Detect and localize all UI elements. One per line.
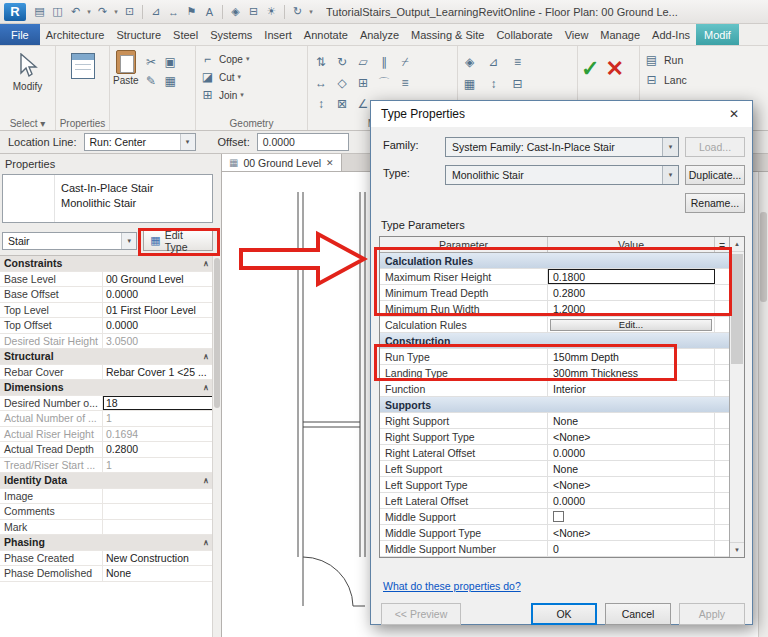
group-phasing[interactable]: Phasing∧ bbox=[0, 535, 213, 551]
parameter-value[interactable]: None bbox=[548, 413, 715, 428]
cut-to-clipboard-icon[interactable]: ✂ bbox=[143, 54, 160, 70]
undo-icon[interactable]: ↶ bbox=[67, 3, 84, 21]
parameter-value[interactable]: Interior bbox=[548, 381, 715, 396]
view-tab-ground-level[interactable]: ▦ 00 Ground Level ✕ bbox=[222, 154, 342, 171]
paste-button[interactable]: Paste bbox=[113, 50, 139, 115]
properties-help-link[interactable]: What do these properties do? bbox=[383, 580, 521, 592]
modify-tool-icon[interactable]: ⊠ bbox=[332, 94, 352, 114]
modify-tool-icon[interactable]: ▱ bbox=[353, 52, 373, 72]
close-icon[interactable]: ✕ bbox=[717, 102, 751, 126]
tab-modify-contextual[interactable]: Modif bbox=[696, 24, 739, 45]
property-value[interactable]: 0.0000 bbox=[103, 318, 213, 333]
copy-to-clipboard-icon[interactable]: ▣ bbox=[162, 54, 179, 70]
canvas-scrollbar[interactable] bbox=[758, 172, 768, 637]
middle-support-checkbox[interactable] bbox=[553, 511, 564, 522]
parameter-value[interactable]: 150mm Depth bbox=[548, 349, 715, 364]
tab-steel[interactable]: Steel bbox=[167, 24, 204, 45]
cancel-edit-icon[interactable]: ✕ bbox=[605, 56, 623, 82]
modify-tool-icon[interactable]: ◇ bbox=[332, 73, 352, 93]
tab-massing-site[interactable]: Massing & Site bbox=[405, 24, 490, 45]
tab-structure[interactable]: Structure bbox=[110, 24, 167, 45]
modify-tool-icon[interactable]: ↕ bbox=[311, 94, 331, 114]
tab-view[interactable]: View bbox=[559, 24, 595, 45]
undo-dropdown-icon[interactable]: ▾ bbox=[85, 3, 93, 21]
aux-tool-icon[interactable]: ◈ bbox=[461, 54, 478, 70]
modify-tool-icon[interactable]: ∥ bbox=[374, 52, 394, 72]
family-select[interactable]: System Family: Cast-In-Place Stair ▾ bbox=[445, 137, 679, 157]
group-supports[interactable]: Supports∧ bbox=[380, 397, 744, 413]
redo-icon[interactable]: ↷ bbox=[94, 3, 111, 21]
tab-file[interactable]: File bbox=[0, 24, 40, 45]
run-tool[interactable]: ▤ Run bbox=[643, 50, 765, 70]
properties-toggle-button[interactable] bbox=[59, 50, 106, 115]
parameter-value[interactable]: None bbox=[548, 461, 715, 476]
parameter-value[interactable]: 300mm Thickness bbox=[548, 365, 715, 380]
location-line-select[interactable]: Run: Center ▾ bbox=[84, 133, 196, 151]
cut-tool[interactable]: ◪ Cut ▾ bbox=[199, 68, 304, 86]
aux-tool-icon[interactable]: ↕ bbox=[485, 76, 502, 92]
palette-scrollbar[interactable] bbox=[212, 255, 221, 637]
sync-icon[interactable]: ↻ bbox=[289, 3, 306, 21]
parameter-value[interactable]: 0.2800 bbox=[548, 285, 715, 300]
group-constraints[interactable]: Constraints∧ bbox=[0, 256, 213, 272]
cancel-button[interactable]: Cancel bbox=[605, 603, 671, 625]
close-view-icon[interactable]: ✕ bbox=[326, 158, 334, 168]
group-calculation-rules[interactable]: Calculation Rules∧ bbox=[380, 253, 744, 269]
canvas-scroll-thumb[interactable] bbox=[760, 212, 767, 302]
modify-tool-icon[interactable]: ⇅ bbox=[311, 52, 331, 72]
revit-logo-icon[interactable]: R bbox=[4, 3, 26, 21]
modify-tool-icon[interactable]: ⊞ bbox=[353, 73, 373, 93]
match-type-icon[interactable]: ✎ bbox=[143, 73, 160, 89]
toolbar-options-icon[interactable]: ▾ bbox=[307, 3, 315, 21]
measure-icon[interactable]: ⊿ bbox=[147, 3, 164, 21]
join-tool[interactable]: ⊞ Join ▾ bbox=[199, 86, 304, 104]
property-value[interactable]: 0.0000 bbox=[103, 287, 213, 302]
scroll-down-icon[interactable]: ▼ bbox=[730, 542, 744, 557]
property-value[interactable]: New Construction bbox=[103, 551, 213, 566]
dimension-icon[interactable]: ↔ bbox=[165, 3, 182, 21]
section-icon[interactable]: ⊟ bbox=[245, 3, 262, 21]
dialog-title[interactable]: Type Properties bbox=[371, 101, 752, 127]
modify-tool-icon[interactable]: ≡ bbox=[395, 73, 415, 93]
finish-edit-icon[interactable]: ✓ bbox=[581, 56, 599, 82]
property-value[interactable]: 0.2800 bbox=[103, 442, 213, 457]
property-value[interactable]: 01 First Floor Level bbox=[103, 303, 213, 318]
tab-add-ins[interactable]: Add-Ins bbox=[646, 24, 696, 45]
aux-tool-icon[interactable]: ⊟ bbox=[509, 76, 526, 92]
text-icon[interactable]: A bbox=[201, 3, 218, 21]
tab-annotate[interactable]: Annotate bbox=[298, 24, 354, 45]
property-value[interactable] bbox=[103, 520, 213, 535]
group-construction[interactable]: Construction∧ bbox=[380, 333, 744, 349]
modify-tool-icon[interactable]: ⌒ bbox=[374, 73, 394, 93]
property-value[interactable] bbox=[103, 489, 213, 504]
ok-button[interactable]: OK bbox=[531, 603, 597, 625]
tag-icon[interactable]: ⚑ bbox=[183, 3, 200, 21]
parameter-value[interactable]: 1.2000 bbox=[548, 301, 715, 316]
tab-insert[interactable]: Insert bbox=[258, 24, 298, 45]
tab-collaborate[interactable]: Collaborate bbox=[490, 24, 558, 45]
duplicate-button[interactable]: Duplicate... bbox=[685, 165, 745, 185]
property-value[interactable]: 18 bbox=[103, 396, 213, 411]
parameter-value[interactable]: 0.1800 bbox=[548, 269, 715, 284]
element-filter-select[interactable]: Stair ▾ bbox=[2, 232, 137, 250]
3d-view-icon[interactable]: ◈ bbox=[227, 3, 244, 21]
paste-options-icon[interactable]: ▦ bbox=[162, 73, 179, 89]
property-value[interactable] bbox=[103, 504, 213, 519]
rename-button[interactable]: Rename... bbox=[685, 193, 745, 213]
aux-tool-icon[interactable]: ≡ bbox=[509, 54, 526, 70]
property-value[interactable]: 00 Ground Level bbox=[103, 272, 213, 287]
property-value[interactable]: Rebar Cover 1 <25 ... bbox=[103, 365, 213, 380]
edit-calculation-rules-button[interactable]: Edit... bbox=[550, 319, 712, 331]
tab-analyze[interactable]: Analyze bbox=[354, 24, 405, 45]
property-value[interactable]: None bbox=[103, 566, 213, 581]
table-scrollbar[interactable]: ▲ ▼ bbox=[729, 237, 744, 557]
scroll-thumb[interactable] bbox=[731, 254, 743, 364]
group-structural[interactable]: Structural∧ bbox=[0, 349, 213, 365]
group-identity-data[interactable]: Identity Data∧ bbox=[0, 473, 213, 489]
aux-tool-icon[interactable]: ⊿ bbox=[485, 54, 502, 70]
tab-architecture[interactable]: Architecture bbox=[40, 24, 111, 45]
scroll-up-icon[interactable]: ▲ bbox=[730, 237, 744, 252]
panel-label-select[interactable]: Select ▾ bbox=[0, 118, 55, 129]
type-select[interactable]: Monolithic Stair ▾ bbox=[445, 165, 679, 185]
landing-tool[interactable]: ⊟ Lanc bbox=[643, 70, 765, 90]
